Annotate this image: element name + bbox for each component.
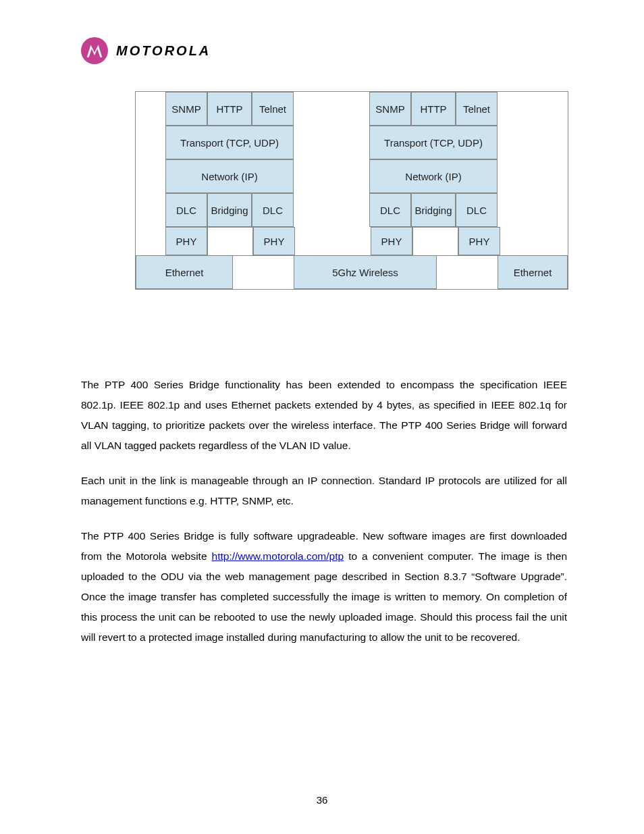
- protocol-stack-diagram: SNMP HTTP Telnet SNMP HTTP Telnet Transp…: [135, 91, 568, 290]
- page-header: MOTOROLA: [81, 37, 211, 64]
- cell-network-left: Network (IP): [165, 159, 294, 193]
- cell-transport-left: Transport (TCP, UDP): [165, 126, 294, 159]
- diagram-blank: [437, 255, 498, 289]
- cell-dlc-left-a: DLC: [165, 193, 207, 227]
- cell-bridging-left: Bridging: [207, 193, 252, 227]
- brand-wordmark: MOTOROLA: [116, 43, 211, 59]
- body-text: The PTP 400 Series Bridge functionality …: [81, 375, 567, 662]
- diagram-blank: [344, 126, 369, 159]
- diagram-blank: [345, 227, 371, 255]
- cell-dlc-right-a: DLC: [369, 193, 411, 227]
- diagram-blank: [294, 92, 319, 126]
- diagram-blank: [294, 126, 319, 159]
- motorola-ptp-link[interactable]: http://www.motorola.com/ptp: [212, 550, 344, 562]
- diagram-blank-bordered: [207, 227, 253, 255]
- cell-transport-right: Transport (TCP, UDP): [369, 126, 498, 159]
- cell-dlc-right-b: DLC: [456, 193, 498, 227]
- diagram-blank: [498, 159, 527, 193]
- cell-http-right: HTTP: [411, 92, 456, 126]
- cell-phy-right-a: PHY: [371, 227, 412, 255]
- motorola-logo-icon: [81, 37, 108, 64]
- cell-ethernet-left: Ethernet: [136, 255, 233, 289]
- cell-http-left: HTTP: [207, 92, 252, 126]
- page-number: 36: [0, 794, 644, 806]
- cell-snmp-right: SNMP: [369, 92, 411, 126]
- diagram-blank: [136, 227, 165, 255]
- diagram-row-dlc: DLC Bridging DLC DLC Bridging DLC: [136, 193, 568, 227]
- cell-telnet-right: Telnet: [456, 92, 498, 126]
- diagram-gap: [319, 126, 344, 159]
- diagram-blank: [498, 193, 527, 227]
- diagram-blank: [295, 227, 321, 255]
- diagram-blank: [294, 159, 319, 193]
- diagram-blank: [344, 193, 369, 227]
- paragraph-2: Each unit in the link is manageable thro…: [81, 471, 567, 511]
- diagram-blank: [500, 227, 530, 255]
- diagram-gap: [319, 193, 344, 227]
- diagram-gap: [321, 227, 345, 255]
- diagram-blank: [136, 92, 165, 126]
- diagram-blank: [498, 126, 527, 159]
- cell-ethernet-right: Ethernet: [498, 255, 568, 289]
- diagram-blank: [136, 126, 165, 159]
- document-page: MOTOROLA SNMP HTTP Telnet SNMP HTTP Teln…: [0, 0, 644, 834]
- paragraph-1: The PTP 400 Series Bridge functionality …: [81, 375, 567, 456]
- diagram-row-apps: SNMP HTTP Telnet SNMP HTTP Telnet: [136, 92, 568, 126]
- diagram-gap: [319, 92, 344, 126]
- diagram-blank: [233, 255, 294, 289]
- diagram-blank: [294, 193, 319, 227]
- cell-phy-left-a: PHY: [165, 227, 207, 255]
- diagram-blank: [498, 92, 527, 126]
- diagram-row-transport: Transport (TCP, UDP) Transport (TCP, UDP…: [136, 126, 568, 159]
- cell-phy-right-b: PHY: [458, 227, 500, 255]
- diagram-blank-bordered: [412, 227, 458, 255]
- cell-network-right: Network (IP): [369, 159, 498, 193]
- diagram-row-phy: PHY PHY PHY PHY: [136, 227, 568, 255]
- diagram-blank: [344, 92, 369, 126]
- diagram-blank: [136, 193, 165, 227]
- cell-telnet-left: Telnet: [252, 92, 294, 126]
- cell-phy-left-b: PHY: [253, 227, 295, 255]
- diagram-gap: [319, 159, 344, 193]
- diagram-blank: [344, 159, 369, 193]
- cell-snmp-left: SNMP: [165, 92, 207, 126]
- diagram-row-physical: Ethernet 5Ghz Wireless Ethernet: [136, 255, 568, 289]
- paragraph-3: The PTP 400 Series Bridge is fully softw…: [81, 526, 567, 648]
- cell-bridging-right: Bridging: [411, 193, 456, 227]
- cell-wireless: 5Ghz Wireless: [294, 255, 437, 289]
- paragraph-3-after: to a convenient computer. The image is t…: [81, 550, 567, 643]
- cell-dlc-left-b: DLC: [252, 193, 294, 227]
- diagram-blank: [136, 159, 165, 193]
- diagram-row-network: Network (IP) Network (IP): [136, 159, 568, 193]
